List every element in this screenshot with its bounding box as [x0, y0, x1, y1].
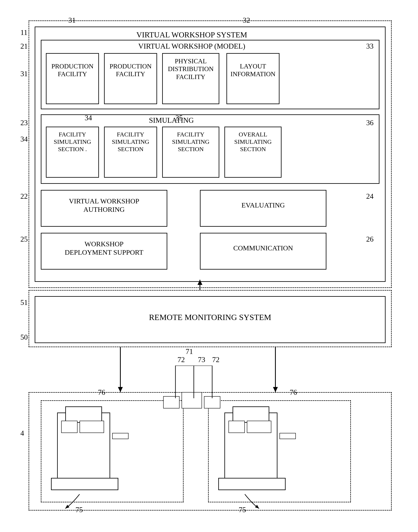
physical-distribution-label: PHYSICALDISTRIBUTIONFACILITY — [162, 57, 219, 81]
ref-33: 33 — [366, 42, 373, 50]
left-down-arrow — [114, 347, 127, 392]
ref-72-left: 72 — [177, 355, 185, 364]
layout-information-label: LAYOUTINFORMATION — [226, 62, 279, 78]
production-facility-2-label: PRODUCTIONFACILITY — [104, 62, 157, 78]
virtual-workshop-system-label: VIRTUAL WORKSHOP SYSTEM — [120, 30, 263, 40]
facility-sim-2-label: FACILITYSIMULATINGSECTION — [104, 131, 157, 153]
ref-11: 11 — [20, 28, 28, 37]
overall-sim-label: OVERALLSIMULATINGSECTION — [224, 131, 281, 153]
ref-24: 24 — [366, 192, 373, 201]
communication-label: COMMUNICATION — [200, 244, 326, 253]
remote-monitoring-label: REMOTE MONITORING SYSTEM — [49, 313, 371, 322]
deployment-label: WORKSHOPDEPLOYMENT SUPPORT — [41, 240, 167, 257]
device-lines — [163, 365, 224, 398]
facility-sim-1-label: FACILITYSIMULATINGSECTION . — [46, 131, 99, 153]
right-machine-detail-1 — [229, 421, 245, 433]
left-machine-top — [65, 406, 102, 423]
evaluating-label: EVALUATING — [200, 201, 326, 209]
ref-36: 36 — [366, 119, 373, 127]
layout-information-box — [226, 53, 279, 104]
svg-marker-8 — [255, 505, 259, 508]
ref-25: 25 — [20, 235, 28, 243]
ref-31-top: 31 — [68, 16, 76, 24]
ref-32: 32 — [243, 16, 250, 24]
ref-73: 73 — [198, 355, 205, 364]
left-75-arrow — [59, 492, 100, 513]
ref-76-left: 76 — [98, 388, 105, 397]
left-machine-detail-2 — [80, 421, 104, 433]
left-machine-base — [51, 478, 118, 490]
ref-50: 50 — [20, 333, 28, 341]
ref-51: 51 — [20, 298, 28, 307]
production-facility-1-box — [46, 53, 99, 104]
left-connector — [112, 433, 128, 439]
ref-26: 26 — [366, 235, 373, 243]
virtual-workshop-model-label: VIRTUAL WORKSHOP (MODEL) — [120, 42, 263, 51]
authoring-label: VIRTUAL WORKSHOPAUTHORING — [41, 197, 167, 214]
diagram-container: 31 32 VIRTUAL WORKSHOP SYSTEM 11 VIRTUAL… — [8, 8, 408, 523]
right-down-arrow — [269, 347, 281, 392]
ref-72-right: 72 — [212, 355, 220, 364]
production-facility-2-box — [104, 53, 157, 104]
right-connector — [279, 433, 296, 439]
right-machine-detail-2 — [247, 421, 271, 433]
svg-marker-4 — [118, 387, 123, 392]
ref-71: 71 — [186, 347, 193, 356]
production-facility-1-label: PRODUCTIONFACILITY — [46, 62, 99, 78]
right-machine-top — [232, 406, 269, 423]
facility-sim-3-label: FACILITYSIMULATINGSECTION — [162, 131, 219, 153]
ref-76-right: 76 — [290, 388, 297, 397]
right-machine-base — [218, 478, 286, 490]
svg-marker-7 — [65, 505, 69, 508]
right-75-arrow — [224, 492, 265, 513]
simulating-label: SIMULATING — [130, 116, 212, 125]
ref-34-sim: 34 — [85, 114, 92, 122]
svg-marker-1 — [197, 280, 202, 285]
ref-21: 21 — [20, 42, 28, 50]
left-machine-detail-1 — [61, 421, 78, 433]
ref-22: 22 — [20, 192, 28, 201]
ref-35-sim: 35 — [175, 114, 183, 122]
ref-31-left: 31 — [20, 69, 28, 78]
svg-marker-6 — [273, 387, 278, 392]
ref-4: 4 — [20, 429, 24, 437]
ref-23: 23 — [20, 119, 28, 127]
ref-34-left: 34 — [20, 135, 28, 143]
